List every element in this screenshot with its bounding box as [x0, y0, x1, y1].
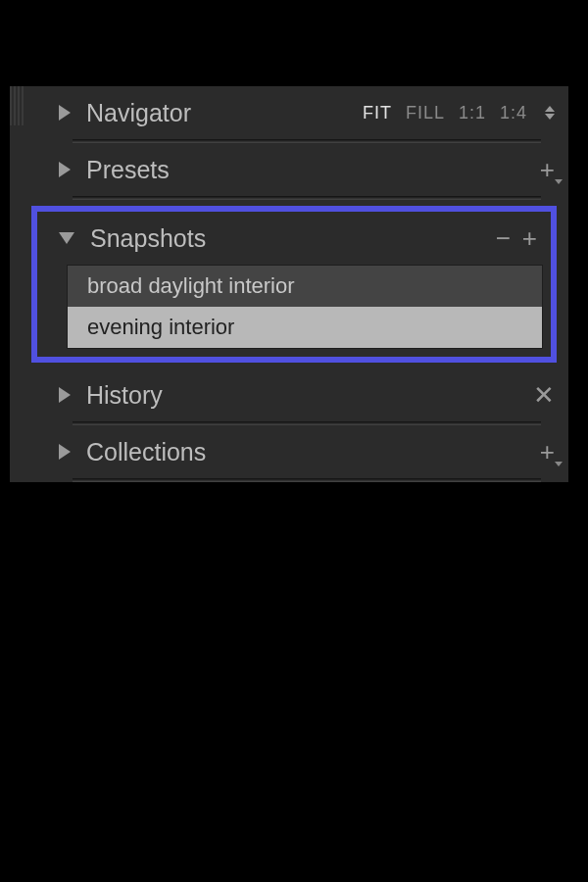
snapshot-item[interactable]: evening interior [68, 307, 542, 348]
section-divider [73, 478, 541, 482]
snapshots-list: broad daylight interior evening interior [67, 265, 543, 349]
navigator-section: Navigator FIT FILL 1:1 1:4 [10, 86, 568, 143]
minus-icon[interactable]: − [496, 225, 511, 251]
navigator-header[interactable]: Navigator FIT FILL 1:1 1:4 [29, 86, 568, 139]
history-title: History [86, 381, 533, 410]
presets-section: Presets + [10, 143, 568, 200]
chevron-down-icon [59, 232, 74, 244]
history-header[interactable]: History ✕ [29, 368, 568, 421]
chevron-right-icon [59, 162, 71, 177]
collections-header[interactable]: Collections + [29, 425, 568, 478]
zoom-fill-button[interactable]: FILL [406, 103, 445, 123]
section-divider [73, 196, 541, 200]
navigator-zoom-controls: FIT FILL 1:1 1:4 [363, 103, 555, 123]
close-icon[interactable]: ✕ [533, 382, 555, 408]
chevron-right-icon [59, 105, 71, 121]
chevron-up-icon [545, 106, 555, 112]
presets-header[interactable]: Presets + [29, 143, 568, 196]
snapshots-highlight: Snapshots − + broad daylight interior ev… [31, 206, 557, 363]
presets-title: Presets [86, 156, 540, 184]
collections-section: Collections + [10, 425, 568, 482]
chevron-down-icon [545, 114, 555, 120]
left-panel: Navigator FIT FILL 1:1 1:4 Presets + [10, 86, 568, 482]
zoom-1to1-button[interactable]: 1:1 [459, 103, 486, 123]
collections-title: Collections [86, 438, 540, 466]
snapshots-header[interactable]: Snapshots − + [37, 212, 551, 265]
plus-icon[interactable]: + [522, 225, 537, 251]
history-section: History ✕ [10, 368, 568, 425]
navigator-title: Navigator [86, 99, 363, 127]
zoom-fit-button[interactable]: FIT [363, 103, 392, 123]
chevron-right-icon [59, 444, 71, 460]
zoom-stepper[interactable] [545, 106, 555, 120]
chevron-right-icon [59, 387, 71, 403]
snapshots-title: Snapshots [90, 224, 496, 253]
zoom-1to4-button[interactable]: 1:4 [500, 103, 527, 123]
snapshot-item[interactable]: broad daylight interior [68, 266, 542, 307]
plus-icon[interactable]: + [540, 439, 555, 465]
plus-icon[interactable]: + [540, 157, 555, 182]
